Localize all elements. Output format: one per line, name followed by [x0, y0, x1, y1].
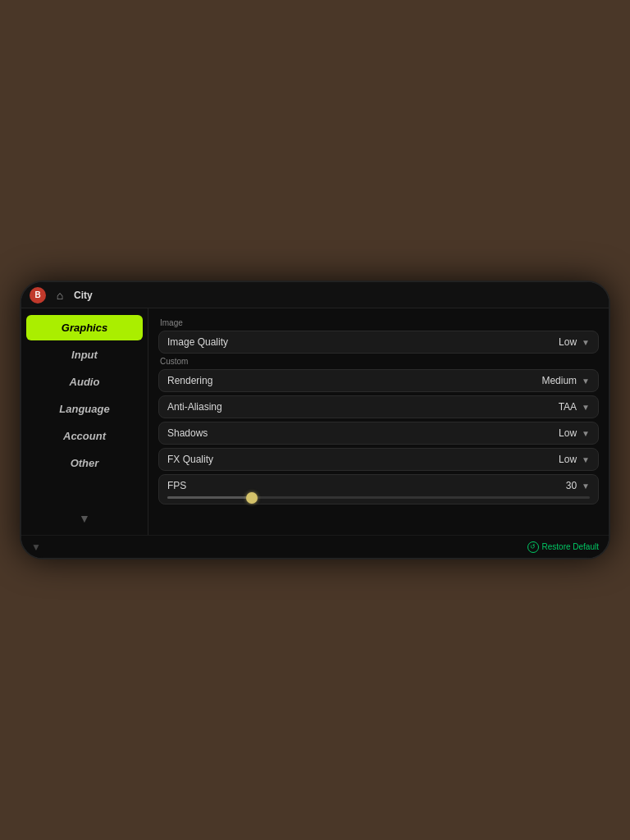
setting-value-rendering: Medium	[541, 375, 577, 386]
setting-value-wrapper-fps: 30 ▼	[516, 480, 590, 491]
custom-section-label: Custom	[158, 357, 599, 366]
setting-value-wrapper-image-quality: Low ▼	[516, 336, 590, 348]
setting-value-fps: 30	[566, 480, 577, 491]
setting-value-anti-aliasing: TAA	[559, 401, 577, 413]
fps-top: FPS 30 ▼	[167, 480, 590, 491]
dropdown-arrow-fx-quality: ▼	[582, 455, 590, 464]
fps-slider-thumb[interactable]	[246, 492, 258, 504]
sidebar-item-other[interactable]: Other	[26, 450, 143, 476]
fps-slider-track[interactable]	[167, 496, 590, 499]
phone-wrapper: B ⌂ City Graphics Input Audio Language A…	[20, 281, 610, 559]
setting-value-fx-quality: Low	[559, 454, 577, 465]
sidebar: Graphics Input Audio Language Account Ot…	[21, 308, 148, 535]
setting-name-fx-quality: FX Quality	[167, 454, 213, 465]
setting-value-wrapper-rendering: Medium ▼	[516, 375, 590, 386]
restore-default-button[interactable]: ↺ Restore Default	[527, 541, 599, 553]
top-bar: B ⌂ City	[21, 282, 609, 308]
setting-value-wrapper-anti-aliasing: TAA ▼	[516, 401, 590, 413]
setting-value-shadows: Low	[559, 427, 577, 439]
sidebar-item-audio[interactable]: Audio	[26, 369, 143, 395]
brand-icon[interactable]: B	[30, 287, 46, 304]
phone-body: B ⌂ City Graphics Input Audio Language A…	[20, 281, 610, 559]
setting-name-image-quality: Image Quality	[167, 336, 228, 348]
home-icon[interactable]: ⌂	[52, 288, 67, 303]
fps-slider-fill	[167, 496, 252, 499]
bottom-bar: ▼ ↺ Restore Default	[21, 535, 609, 558]
sidebar-item-graphics[interactable]: Graphics	[26, 315, 143, 340]
dropdown-arrow-shadows: ▼	[582, 429, 590, 438]
content-area: Graphics Input Audio Language Account Ot…	[21, 308, 609, 535]
setting-name-shadows: Shadows	[167, 427, 208, 439]
sidebar-scroll-down[interactable]: ▼	[26, 509, 143, 528]
setting-row-rendering[interactable]: Rendering Medium ▼	[158, 369, 599, 392]
sidebar-item-input[interactable]: Input	[26, 342, 143, 368]
settings-panel: Image Image Quality Low ▼ Custom Renderi…	[148, 308, 609, 535]
dropdown-arrow-rendering: ▼	[582, 377, 590, 386]
dropdown-arrow-anti-aliasing: ▼	[582, 403, 590, 412]
scroll-indicator: ▼	[31, 541, 41, 553]
sidebar-item-language[interactable]: Language	[26, 396, 143, 422]
setting-value-image-quality: Low	[559, 336, 577, 348]
setting-name-fps: FPS	[167, 480, 186, 491]
dropdown-arrow-image-quality: ▼	[582, 338, 590, 347]
setting-row-image-quality[interactable]: Image Quality Low ▼	[158, 331, 599, 354]
city-label[interactable]: City	[74, 290, 93, 301]
setting-value-wrapper-shadows: Low ▼	[516, 427, 590, 439]
restore-icon: ↺	[527, 541, 539, 553]
setting-row-fx-quality[interactable]: FX Quality Low ▼	[158, 448, 599, 471]
setting-row-fps[interactable]: FPS 30 ▼	[158, 474, 599, 504]
sidebar-item-account[interactable]: Account	[26, 423, 143, 449]
setting-name-anti-aliasing: Anti-Aliasing	[167, 401, 222, 413]
setting-value-wrapper-fx-quality: Low ▼	[516, 454, 590, 465]
dropdown-arrow-fps: ▼	[582, 482, 590, 491]
setting-row-shadows[interactable]: Shadows Low ▼	[158, 422, 599, 445]
image-section-label: Image	[158, 318, 599, 327]
setting-name-rendering: Rendering	[167, 375, 212, 386]
restore-label: Restore Default	[542, 542, 599, 551]
setting-row-anti-aliasing[interactable]: Anti-Aliasing TAA ▼	[158, 395, 599, 418]
